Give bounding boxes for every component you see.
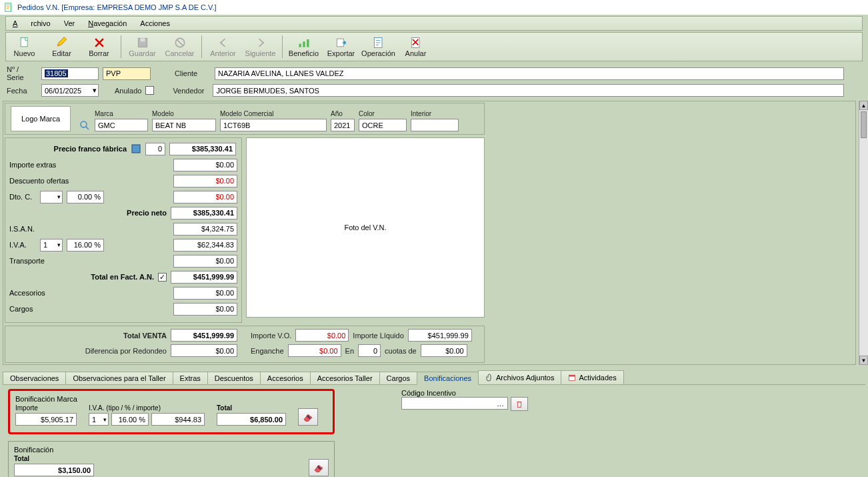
bonificacion-marca-group: Bonificación Marca Importe$5,905.17 I.V.… — [8, 389, 335, 434]
anular-button[interactable]: Anular — [397, 33, 435, 61]
bonif-importe[interactable]: $5,905.17 — [15, 413, 77, 426]
vendedor-label: Vendedor — [173, 87, 209, 95]
eraser-button-1[interactable] — [298, 408, 318, 426]
bonif-iva-importe[interactable]: $944.83 — [151, 413, 205, 426]
enganche[interactable]: $0.00 — [288, 344, 341, 357]
svg-rect-5 — [299, 44, 301, 47]
header-row-2: Fecha 06/01/2025▾ Anulado Vendedor JORGE… — [0, 83, 868, 98]
serie-field[interactable]: 31805 — [41, 67, 99, 80]
header-row-1: Nº / Serie 31805 PVP Cliente NAZARIA AVE… — [0, 64, 868, 83]
tab-actividades[interactable]: Actividades — [561, 370, 623, 384]
menu-archivo[interactable]: Archivo — [6, 18, 57, 29]
main-content: Logo Marca MarcaGMC ModeloBEAT NB Modelo… — [3, 101, 856, 365]
importe-liquido[interactable]: $451,999.99 — [408, 329, 472, 342]
descuento-value[interactable]: $0.00 — [173, 175, 237, 187]
dif-redondeo[interactable]: $0.00 — [171, 344, 237, 357]
ano-field[interactable]: 2021 — [331, 119, 355, 131]
tab-descuentos[interactable]: Descuentos — [207, 372, 261, 384]
dtoc-value[interactable]: $0.00 — [173, 191, 237, 203]
vertical-scrollbar[interactable]: ▲ ▼ — [859, 101, 868, 365]
vendedor-field[interactable]: JORGE BERMUDES, SANTOS — [213, 84, 844, 97]
titlebar: Pedidos V.N. [Empresa: EMPRESA DEMO JMP … — [0, 0, 868, 15]
menu-navegacion[interactable]: Navegación — [81, 18, 133, 29]
exportar-button[interactable]: Exportar — [323, 33, 360, 61]
logo-marca[interactable]: Logo Marca — [11, 106, 71, 131]
anterior-button[interactable]: Anterior — [205, 33, 242, 61]
eraser-icon — [302, 412, 314, 422]
guardar-button[interactable]: Guardar — [124, 33, 161, 61]
paperclip-icon — [485, 373, 493, 382]
borrar-button[interactable]: Borrar — [81, 33, 118, 61]
cargos-value[interactable]: $0.00 — [173, 303, 237, 316]
svg-rect-0 — [5, 3, 11, 11]
scroll-up-icon[interactable]: ▲ — [859, 101, 868, 110]
tab-bonificaciones[interactable]: Bonificaciones — [417, 372, 479, 385]
bonif-iva-pct[interactable]: 16.00 % — [111, 413, 149, 426]
marca-field[interactable]: GMC — [95, 119, 148, 131]
fecha-field[interactable]: 06/01/2025▾ — [41, 84, 99, 97]
scroll-thumb[interactable] — [861, 111, 867, 138]
tab-accesorios[interactable]: Accesorios — [260, 372, 311, 384]
pff-code[interactable]: 0 — [145, 143, 165, 155]
cuotas-count[interactable]: 0 — [358, 344, 381, 357]
tab-archivos-adjuntos[interactable]: Archivos Adjuntos — [478, 370, 561, 384]
bonif-total[interactable]: $6,850.00 — [217, 413, 286, 426]
dtoc-select[interactable] — [40, 191, 63, 203]
acc-value[interactable]: $0.00 — [173, 287, 237, 300]
tabs: Observaciones Observaciones para el Tall… — [3, 369, 865, 385]
tab-observaciones-taller[interactable]: Observaciones para el Taller — [65, 372, 173, 384]
interior-field[interactable] — [411, 119, 459, 131]
menu-ver[interactable]: Ver — [57, 18, 82, 29]
tab-observaciones[interactable]: Observaciones — [3, 372, 66, 384]
iva-pct[interactable]: 16.00 % — [67, 239, 104, 252]
importe-vo[interactable]: $0.00 — [295, 329, 349, 342]
codigo-incentivo-clear[interactable] — [511, 397, 528, 411]
window-title: Pedidos V.N. [Empresa: EMPRESA DEMO JMP … — [17, 3, 217, 11]
eraser-button-2[interactable] — [309, 459, 329, 476]
cancelar-button[interactable]: Cancelar — [161, 33, 199, 61]
operacion-button[interactable]: Operación — [360, 33, 397, 61]
siguiente-button[interactable]: Siguiente — [242, 33, 279, 61]
color-field[interactable]: OCRE — [359, 119, 407, 131]
codigo-incentivo-field[interactable]: … — [401, 397, 508, 410]
modelo-comercial-field[interactable]: 1CT69B — [220, 119, 327, 131]
pvp-field[interactable]: PVP — [103, 67, 151, 80]
vehicle-header: Logo Marca MarcaGMC ModeloBEAT NB Modelo… — [5, 103, 485, 135]
pff-value[interactable]: $385,330.41 — [169, 143, 236, 155]
tab-cargos[interactable]: Cargos — [379, 372, 417, 384]
bonificaciones-panel: Bonificación Marca Importe$5,905.17 I.V.… — [3, 385, 865, 477]
extras-value[interactable]: $0.00 — [173, 159, 237, 171]
menu-acciones[interactable]: Acciones — [133, 18, 177, 29]
tab-accesorios-taller[interactable]: Accesorios Taller — [310, 372, 380, 384]
bonif2-total[interactable]: $3,150.00 — [14, 464, 94, 476]
search-icon[interactable] — [79, 119, 91, 131]
scroll-down-icon[interactable]: ▼ — [859, 356, 868, 365]
iva-value[interactable]: $62,344.83 — [173, 239, 237, 252]
tfan-checkbox[interactable]: ✓ — [158, 273, 167, 282]
tfan-value[interactable]: $451,999.99 — [171, 271, 237, 284]
svg-rect-14 — [569, 375, 575, 376]
beneficio-button[interactable]: Beneficio — [285, 33, 323, 61]
fecha-label: Fecha — [7, 87, 37, 95]
calculator-icon[interactable] — [131, 143, 141, 154]
bonif-iva-tipo[interactable]: 1 — [89, 413, 109, 426]
clear-icon — [515, 400, 524, 409]
cuotas-value[interactable]: $0.00 — [421, 344, 467, 357]
iva-select[interactable]: 1 — [40, 239, 63, 252]
svg-rect-7 — [307, 39, 309, 47]
total-venta[interactable]: $451,999.99 — [171, 329, 237, 342]
neto-value[interactable]: $385,330.41 — [171, 207, 237, 219]
document-icon — [4, 3, 13, 12]
svg-rect-15 — [517, 402, 521, 407]
dtoc-pct[interactable]: 0.00 % — [67, 191, 104, 203]
tab-extras[interactable]: Extras — [173, 372, 208, 384]
cliente-field[interactable]: NAZARIA AVELINA, LLANES VALDEZ — [215, 67, 844, 80]
svg-rect-3 — [140, 38, 145, 41]
editar-button[interactable]: Editar — [43, 33, 81, 61]
isan-value[interactable]: $4,324.75 — [173, 223, 237, 235]
nuevo-button[interactable]: Nuevo — [6, 33, 43, 61]
trans-value[interactable]: $0.00 — [173, 255, 237, 268]
modelo-field[interactable]: BEAT NB — [152, 119, 216, 131]
anulado-checkbox[interactable] — [145, 86, 154, 95]
svg-point-11 — [81, 121, 87, 127]
